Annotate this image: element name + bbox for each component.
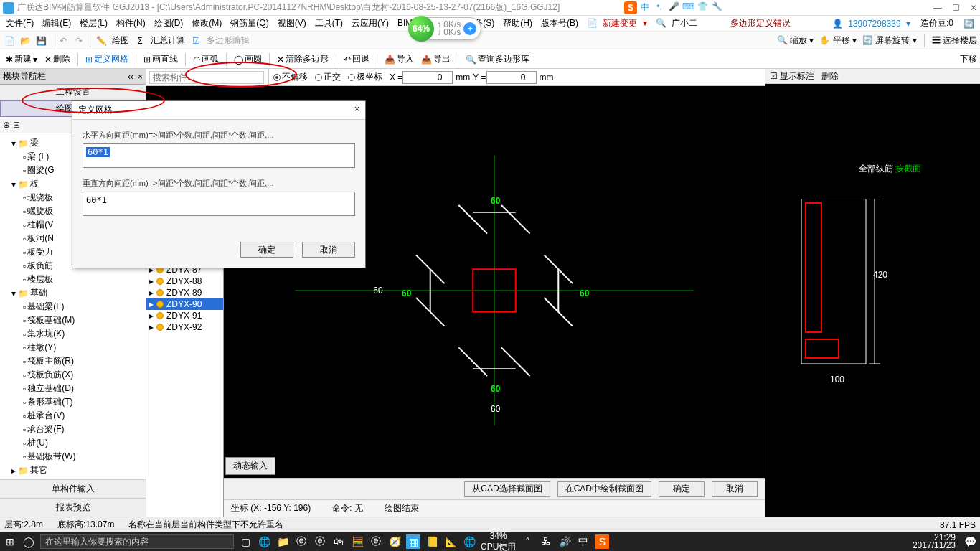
- sum-label[interactable]: 汇总计算: [149, 34, 187, 47]
- tree-node[interactable]: ▫ 独立基础(D): [3, 382, 143, 395]
- menu-view[interactable]: 视图(V): [275, 16, 309, 31]
- tray-up-icon[interactable]: ˄: [520, 534, 534, 549]
- list-item[interactable]: ▸ZDYX-89: [146, 287, 223, 298]
- tree-node[interactable]: ▸ 📁 其它: [3, 463, 143, 477]
- new-file-icon[interactable]: 📄: [3, 34, 16, 47]
- taskbar-clock[interactable]: 21:292017/11/23: [913, 534, 958, 550]
- nav-pin-icon[interactable]: ‹‹: [128, 72, 133, 82]
- app2-icon[interactable]: 📁: [275, 534, 290, 549]
- draw-line-button[interactable]: ⊞ 画直线: [141, 52, 181, 67]
- import-button[interactable]: 📥 导入: [382, 52, 417, 67]
- draw-icon[interactable]: ✏️: [95, 34, 108, 47]
- close-button[interactable]: ✕: [970, 3, 977, 13]
- tree-node[interactable]: ▫ 基础梁(F): [3, 300, 143, 314]
- right-tab-show[interactable]: ☑ 显示标注: [770, 70, 814, 83]
- menu-rebar[interactable]: 钢筋量(Q): [227, 16, 271, 31]
- undo-icon[interactable]: ↶: [57, 34, 70, 47]
- nav-foot-single[interactable]: 单构件输入: [0, 479, 146, 498]
- save-file-icon[interactable]: 💾: [34, 34, 47, 47]
- app4-icon[interactable]: ⓔ: [369, 534, 383, 549]
- ime-punct[interactable]: •,: [653, 1, 666, 14]
- menu-cloud[interactable]: 云应用(Y): [349, 16, 392, 31]
- app1-icon[interactable]: 🌐: [257, 534, 271, 549]
- app9-icon[interactable]: 🌐: [462, 534, 476, 549]
- mode-ortho[interactable]: 正交: [315, 71, 341, 83]
- menu-help[interactable]: 帮助(H): [500, 16, 535, 31]
- ime-keyboard-icon[interactable]: ⌨: [682, 1, 694, 14]
- tree-expand-icon[interactable]: ⊕: [3, 120, 10, 130]
- open-file-icon[interactable]: 📂: [19, 34, 32, 47]
- list-item[interactable]: ▸ZDYX-91: [146, 310, 223, 321]
- menu-guang[interactable]: 🔍 广小二: [653, 16, 703, 31]
- app8-icon[interactable]: 📐: [443, 534, 458, 549]
- list-item[interactable]: ▸ZDYX-90: [146, 298, 223, 310]
- tree-node[interactable]: ▫ 条形基础(T): [3, 395, 143, 409]
- mode-polar[interactable]: 极坐标: [348, 71, 382, 83]
- ime-zhong[interactable]: 中: [639, 1, 651, 14]
- tree-node[interactable]: ▫ 基础板带(W): [3, 450, 143, 463]
- menu-edit[interactable]: 编辑(E): [39, 16, 74, 31]
- nav-foot-report[interactable]: 报表预览: [0, 498, 146, 517]
- draw-arc-button[interactable]: ◠ 画弧: [190, 52, 222, 67]
- ie-icon[interactable]: ⓔ: [294, 534, 308, 549]
- tray-net-icon[interactable]: 🖧: [539, 534, 553, 549]
- confirm-button[interactable]: 确定: [659, 481, 705, 497]
- clear-poly-button[interactable]: ✕ 清除多边形: [274, 52, 331, 67]
- nav-close-icon[interactable]: ×: [138, 72, 143, 82]
- tree-node[interactable]: ▫ 柱墩(Y): [3, 341, 143, 354]
- notification-icon[interactable]: 💬: [963, 534, 977, 549]
- menu-draw[interactable]: 绘图(D): [151, 16, 187, 31]
- define-grid-button[interactable]: ⊞ 定义网格: [83, 52, 131, 67]
- taskbar-search[interactable]: 在这里输入你要搜索的内容: [40, 534, 234, 549]
- delete-button[interactable]: ✕ 删除: [42, 52, 73, 67]
- app3-icon[interactable]: 🧮: [350, 534, 364, 549]
- right-tab-delete[interactable]: 删除: [821, 70, 839, 83]
- tree-node[interactable]: ▫ 筏板主筋(R): [3, 354, 143, 368]
- draw-label[interactable]: 绘图: [110, 34, 131, 47]
- edge-icon[interactable]: ⓔ: [313, 534, 327, 549]
- list-item[interactable]: ▸ZDYX-92: [146, 321, 223, 333]
- speed-plus-icon[interactable]: +: [463, 22, 476, 35]
- dialog-input-h[interactable]: 60*1: [83, 143, 355, 168]
- menu-modify[interactable]: 修改(M): [189, 16, 225, 31]
- speed-widget[interactable]: 64% ↑ 0K/s ↓ 0K/s +: [409, 17, 481, 40]
- tree-node[interactable]: ▫ 楼层板: [3, 273, 143, 286]
- new-button[interactable]: ✱ 新建 ▾: [3, 52, 40, 67]
- pan-button[interactable]: ✋ 平移 ▾: [819, 34, 857, 47]
- taskview-icon[interactable]: ▢: [238, 534, 253, 549]
- tree-node[interactable]: ▫ 筏板基础(M): [3, 314, 143, 327]
- select-cad-button[interactable]: 从CAD选择截面图: [464, 481, 550, 497]
- app7-icon[interactable]: 📒: [425, 534, 439, 549]
- app5-icon[interactable]: 🧭: [387, 534, 402, 549]
- export-button[interactable]: 📤 导出: [418, 52, 453, 67]
- draw-circle-button[interactable]: ◯ 画圆: [231, 52, 265, 67]
- tree-node[interactable]: ▫ 集水坑(K): [3, 327, 143, 341]
- tree-node[interactable]: ▾ 📁 基础: [3, 286, 143, 300]
- tree-node[interactable]: ▫ 桩承台(V): [3, 409, 143, 423]
- undo-button[interactable]: ↶ 回退: [341, 52, 372, 67]
- ime-skin-icon[interactable]: 👕: [696, 1, 709, 14]
- check-icon[interactable]: ☑: [189, 34, 202, 47]
- ime-tool-icon[interactable]: 🔧: [710, 1, 723, 14]
- select-floor-button[interactable]: ☰ 选择楼层: [932, 34, 977, 47]
- scale-button[interactable]: 🔍 缩放 ▾: [777, 34, 814, 47]
- start-icon[interactable]: ⊞: [3, 534, 17, 549]
- maximize-button[interactable]: ☐: [952, 3, 960, 13]
- app6-icon[interactable]: ▦: [406, 534, 420, 549]
- menu-floor[interactable]: 楼层(L): [77, 16, 110, 31]
- cost-bean[interactable]: 造价豆:0: [918, 16, 956, 31]
- tree-collapse-icon[interactable]: ⊟: [13, 120, 20, 130]
- ime-bar[interactable]: S 中 •, 🎤 ⌨ 👕 🔧: [624, 0, 723, 16]
- list-item[interactable]: ▸ZDYX-88: [146, 276, 223, 287]
- user-phone[interactable]: 👤 13907298339 ▾: [829, 17, 913, 30]
- ime-mic-icon[interactable]: 🎤: [667, 1, 680, 14]
- query-button[interactable]: 🔍 查询多边形库: [463, 52, 532, 67]
- dialog-ok-button[interactable]: 确定: [240, 242, 293, 258]
- dialog-cancel-button[interactable]: 取消: [302, 242, 355, 258]
- tray-sogou-icon[interactable]: S: [595, 534, 609, 549]
- menu-component[interactable]: 构件(N): [113, 16, 149, 31]
- menu-version[interactable]: 版本号(B): [538, 16, 581, 31]
- dialog-input-v[interactable]: 60*1: [83, 192, 355, 216]
- refresh-icon[interactable]: 🔄: [961, 17, 977, 30]
- tree-node[interactable]: ▫ 承台梁(F): [3, 423, 143, 436]
